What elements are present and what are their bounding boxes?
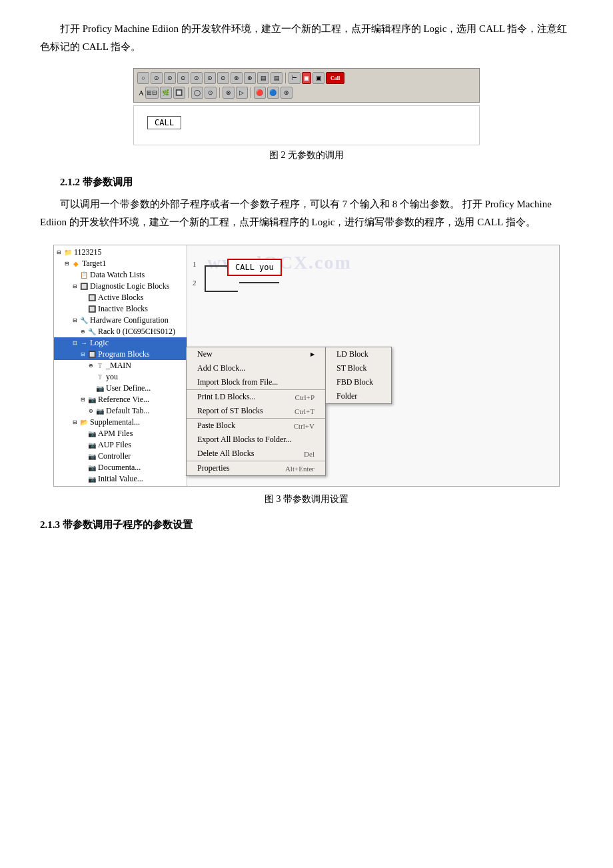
call-button[interactable]: Call <box>326 72 344 84</box>
expand-icon-ref: ⊟ <box>81 397 87 403</box>
tree-label-initialvalue: Initial Value... <box>98 474 143 484</box>
tree-label-inactiveblocks: Inactive Blocks <box>98 304 148 314</box>
toolbar-icon-2: ⊙ <box>151 72 163 84</box>
submenu-item-ldblock[interactable]: LD Block <box>326 347 391 361</box>
menu-label-properties: Properties <box>197 463 230 473</box>
menu-shortcut-deleteall: Del <box>304 450 314 458</box>
tree-icon-target: ◆ <box>71 259 81 269</box>
tree-item-rack0[interactable]: ⊕ 🔧 Rack 0 (IC695CHS012) <box>54 326 187 337</box>
menu-item-new[interactable]: New <box>187 347 325 361</box>
toolbar-icon-3: ⊙ <box>164 72 176 84</box>
tree-icon-ctrl: 📷 <box>87 452 97 461</box>
toolbar-icon-15: ⊞⊟ <box>145 87 159 99</box>
tree-item-supplemental[interactable]: ⊟ 📂 Supplemental... <box>54 417 187 428</box>
tree-item-main[interactable]: ⊕ T _MAIN <box>54 360 187 371</box>
figure3-label: 图 3 带参数调用设置 <box>40 493 573 505</box>
expand-icon-main: ⊕ <box>89 363 95 369</box>
toolbar-icon-17: 🔲 <box>173 87 185 99</box>
menu-item-printld[interactable]: Print LD Blocks... Ctrl+P <box>187 389 325 404</box>
tree-label-supplemental: Supplemental... <box>90 417 140 427</box>
tree-item-apmfiles[interactable]: 📷 APM Files <box>54 428 187 439</box>
menu-item-reportst[interactable]: Report of ST Blocks Ctrl+T <box>187 404 325 418</box>
tree-item-inactiveblocks[interactable]: 🔲 Inactive Blocks <box>54 303 187 315</box>
tree-item-target1[interactable]: ⊟ ◆ Target1 <box>54 258 187 269</box>
tree-icon-diag: 🔲 <box>79 282 89 291</box>
intro-paragraph: 打开 Proficy Machine Ediion 的开发软件环境，建立一个新的… <box>40 20 573 56</box>
figure2-label: 图 2 无参数的调用 <box>269 149 344 161</box>
call-block: CALL <box>147 116 181 129</box>
tree-icon-inactive: 🔲 <box>87 305 97 314</box>
tree-icon-data: 📋 <box>79 271 89 280</box>
menu-label-new: New <box>197 349 213 359</box>
tree-item-refview[interactable]: ⊟ 📷 Reference Vie... <box>54 394 187 405</box>
tree-icon-ref: 📷 <box>87 395 97 405</box>
menu-item-deleteall[interactable]: Delete All Blocks Del <box>187 447 325 461</box>
connector-line-4 <box>239 282 279 283</box>
menu-item-exportall[interactable]: Export All Blocks to Folder... <box>187 433 325 447</box>
tree-item-initialvalue[interactable]: 📷 Initial Value... <box>54 473 187 485</box>
tree-item-hwconfig[interactable]: ⊟ 🔧 Hardware Configuration <box>54 315 187 326</box>
tree-label-main: _MAIN <box>106 361 131 371</box>
tree-icon-hw: 🔧 <box>79 316 89 325</box>
tree-label-rack0: Rack 0 (IC695CHS012) <box>98 327 175 337</box>
tree-item-root[interactable]: ⊟ 📁 1123215 <box>54 247 187 258</box>
toolbar-icon-1: ○ <box>137 72 149 84</box>
call-canvas: CALL <box>133 105 480 145</box>
tree-item-activeblocks[interactable]: 🔲 Active Blocks <box>54 292 187 303</box>
toolbar-row-1: ○ ⊙ ⊙ ⊙ ⊙ ⊙ ⊙ ⊛ ⊛ ▤ ▤ ⊢ ▣ ▣ Call <box>137 71 476 85</box>
tree-label-controller: Controller <box>98 451 131 461</box>
line-num-2: 2 <box>193 279 197 287</box>
section-213-heading: 2.1.3 带参数调用子程序的参数设置 <box>40 519 573 531</box>
context-menu: New Add C Block... Import Block from Fil… <box>186 347 326 476</box>
call-you-block: CALL you <box>227 259 282 276</box>
tree-item-diaglogic[interactable]: ⊟ 🔲 Diagnostic Logic Blocks <box>54 281 187 292</box>
tree-item-defaulttab[interactable]: ⊕ 📷 Default Tab... <box>54 405 187 417</box>
submenu-item-folder[interactable]: Folder <box>326 389 391 403</box>
submenu: LD Block ST Block FBD Block Folder <box>325 347 392 404</box>
toolbar-icon-16: 🌿 <box>160 87 172 99</box>
connector-line-1 <box>205 265 227 267</box>
ide-screenshot: ⊟ 📁 1123215 ⊟ ◆ Target1 📋 Data Watch Lis… <box>53 245 560 487</box>
menu-shortcut-printld: Ctrl+P <box>295 393 314 401</box>
menu-item-pasteblock[interactable]: Paste Block Ctrl+V <box>187 418 325 433</box>
tree-icon-prog: 🔲 <box>87 350 97 359</box>
expand-icon-default: ⊕ <box>89 408 95 414</box>
tree-item-controller[interactable]: 📷 Controller <box>54 451 187 462</box>
tree-label-aupfiles: AUP Files <box>98 440 131 450</box>
tree-item-documenta[interactable]: 📷 Documenta... <box>54 462 187 473</box>
section-212-para: 可以调用一个带参数的外部子程序或者一个参数子程序，可以有 7 个输入和 8 个输… <box>40 195 573 231</box>
tree-label-userdefine: User Define... <box>106 383 151 393</box>
tree-item-aupfiles[interactable]: 📷 AUP Files <box>54 439 187 451</box>
toolbar-icon-call: ▣ <box>302 72 311 84</box>
expand-icon-supp: ⊟ <box>73 419 79 425</box>
menu-label-addcblock: Add C Block... <box>197 363 245 373</box>
tree-item-userdefine[interactable]: 📷 User Define... <box>54 383 187 394</box>
tree-icon-main: T <box>95 361 105 371</box>
line-num-1: 1 <box>193 260 197 268</box>
tree-item-programblocks[interactable]: ⊟ 🔲 Program Blocks <box>54 349 187 360</box>
submenu-item-stblock[interactable]: ST Block <box>326 361 391 375</box>
tree-item-logic[interactable]: ⊟ → Logic <box>54 337 187 349</box>
menu-label-exportall: Export All Blocks to Folder... <box>197 435 292 445</box>
tree-item-you[interactable]: T you <box>54 371 187 383</box>
tree-icon-default: 📷 <box>95 407 105 416</box>
tree-label-you: you <box>106 372 118 382</box>
tree-item-datawatchlists[interactable]: 📋 Data Watch Lists <box>54 269 187 281</box>
menu-item-importblock[interactable]: Import Block from File... <box>187 375 325 389</box>
menu-label-pasteblock: Paste Block <box>197 421 235 431</box>
connector-line-2 <box>205 265 206 292</box>
expand-icon-hw: ⊟ <box>73 317 79 323</box>
tree-icon-active: 🔲 <box>87 293 97 303</box>
submenu-item-fbdblock[interactable]: FBD Block <box>326 375 391 389</box>
toolbar-icon-20: ⊗ <box>223 87 235 99</box>
expand-icon-logic: ⊟ <box>73 340 79 346</box>
figure2-container: ○ ⊙ ⊙ ⊙ ⊙ ⊙ ⊙ ⊛ ⊛ ▤ ▤ ⊢ ▣ ▣ Call A ⊞⊟ 🌿 … <box>40 68 573 161</box>
menu-item-properties[interactable]: Properties Alt+Enter <box>187 461 325 475</box>
toolbar-simulation: ○ ⊙ ⊙ ⊙ ⊙ ⊙ ⊙ ⊛ ⊛ ▤ ▤ ⊢ ▣ ▣ Call A ⊞⊟ 🌿 … <box>133 68 480 103</box>
toolbar-icon-10: ▤ <box>257 72 269 84</box>
expand-icon-diag: ⊟ <box>73 283 79 289</box>
figure3-section: ⊟ 📁 1123215 ⊟ ◆ Target1 📋 Data Watch Lis… <box>40 245 573 505</box>
expand-icon-target1: ⊟ <box>65 261 71 267</box>
tree-label-hwconfig: Hardware Configuration <box>90 315 169 325</box>
menu-item-addcblock[interactable]: Add C Block... <box>187 361 325 375</box>
